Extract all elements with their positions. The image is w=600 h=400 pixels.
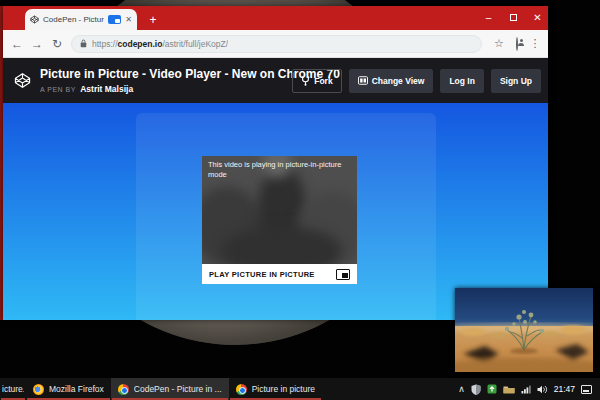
taskbar-item-cutoff[interactable]: icture... — [0, 378, 26, 400]
green-app-icon[interactable] — [487, 384, 497, 394]
sign-up-button[interactable]: Sign Up — [491, 69, 541, 93]
change-view-button[interactable]: Change View — [349, 69, 434, 93]
chrome-icon — [118, 384, 129, 395]
tab-title: CodePen - Picture in Pictur — [43, 15, 104, 24]
pen-author[interactable]: Astrit Malsija — [80, 84, 133, 94]
change-view-icon — [358, 76, 368, 85]
volume-icon[interactable] — [537, 385, 548, 394]
chrome-icon — [236, 384, 247, 395]
video-card: This video is playing in picture-in-pict… — [202, 156, 357, 284]
video-overlay-text: This video is playing in picture-in-pict… — [208, 160, 347, 180]
log-in-button[interactable]: Log In — [440, 69, 484, 93]
hidden-icons-chevron[interactable]: ∧ — [458, 385, 465, 394]
desktop: CodePen - Picture in Pictur ✕ + – ✕ ← → … — [0, 0, 600, 400]
codepen-favicon — [30, 15, 39, 24]
system-tray: ∧ 21:47 — [458, 378, 600, 400]
browser-tab[interactable]: CodePen - Picture in Pictur ✕ — [25, 9, 137, 30]
profile-avatar-icon[interactable] — [508, 38, 526, 50]
url-text: https://codepen.io/astrit/full/jeKopZ/ — [92, 39, 228, 49]
pen-title: Picture in Picture - Video Player - New … — [40, 67, 292, 81]
tab-close-icon[interactable]: ✕ — [125, 16, 132, 24]
taskbar-clock[interactable]: 21:47 — [554, 384, 575, 394]
firefox-icon — [33, 384, 44, 395]
codepen-logo-icon — [14, 72, 31, 89]
tab-pip-badge-icon — [108, 15, 121, 24]
lock-icon — [80, 39, 87, 48]
new-tab-button[interactable]: + — [145, 12, 161, 28]
taskbar-item-pip[interactable]: Picture in picture — [229, 378, 322, 400]
pip-video-desert-scene — [455, 288, 593, 372]
browser-window: CodePen - Picture in Pictur ✕ + – ✕ ← → … — [3, 6, 548, 320]
taskbar: icture... Mozilla Firefox CodePen - Pict… — [0, 378, 600, 400]
pen-byline: A PEN BY Astrit Malsija — [40, 84, 292, 94]
picture-in-picture-icon — [336, 269, 350, 280]
taskbar-item-firefox[interactable]: Mozilla Firefox — [26, 378, 111, 400]
security-shield-icon[interactable] — [471, 384, 481, 395]
window-minimize-button[interactable]: – — [477, 6, 500, 28]
reload-icon[interactable]: ↻ — [47, 37, 67, 51]
forward-icon[interactable]: → — [27, 37, 47, 51]
folder-icon[interactable] — [503, 385, 515, 394]
play-pip-button[interactable]: PLAY PICTURE IN PICTURE — [202, 264, 357, 284]
back-icon[interactable]: ← — [7, 37, 27, 51]
pip-floating-window[interactable] — [455, 288, 593, 372]
browser-titlebar[interactable]: CodePen - Picture in Pictur ✕ + – ✕ — [3, 6, 548, 30]
action-center-icon[interactable] — [581, 385, 592, 394]
browser-toolbar: ← → ↻ https://codepen.io/astrit/full/jeK… — [3, 30, 548, 58]
address-bar[interactable]: https://codepen.io/astrit/full/jeKopZ/ — [71, 35, 482, 53]
pen-title-block: Picture in Picture - Video Player - New … — [40, 67, 292, 94]
taskbar-item-codepen[interactable]: CodePen - Picture in ... — [111, 378, 229, 400]
fork-icon — [301, 76, 310, 86]
fork-button[interactable]: Fork — [292, 69, 341, 93]
network-icon[interactable] — [521, 385, 531, 394]
window-close-button[interactable]: ✕ — [526, 6, 549, 28]
codepen-header: Picture in Picture - Video Player - New … — [3, 58, 548, 103]
video-element[interactable]: This video is playing in picture-in-pict… — [202, 156, 357, 264]
browser-menu-icon[interactable]: ⋮ — [526, 37, 544, 50]
window-maximize-button[interactable] — [502, 6, 525, 28]
play-pip-label: PLAY PICTURE IN PICTURE — [209, 270, 336, 279]
bookmark-star-icon[interactable]: ☆ — [490, 37, 508, 50]
